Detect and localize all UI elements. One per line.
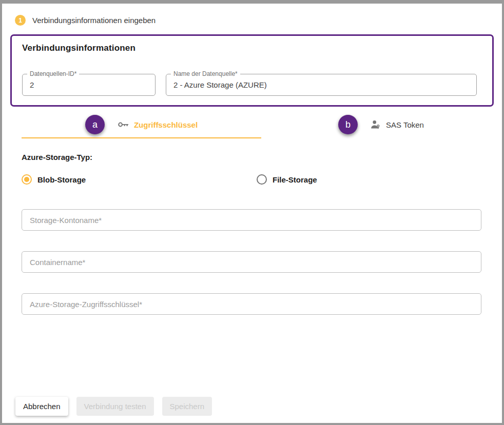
radio-file-storage-control[interactable]	[257, 174, 267, 185]
datasource-name-field: Name der Datenquelle*	[166, 74, 477, 96]
access-key-input[interactable]	[22, 293, 481, 315]
auth-tabs: a Zugriffsschlüssel b SAS Token	[22, 112, 501, 138]
radio-file-storage-label: File-Storage	[273, 175, 317, 184]
card-title: Verbindungsinformationen	[22, 43, 477, 53]
connection-dialog: 1 Verbindungsinformationen eingeben Verb…	[0, 0, 504, 425]
tab-zugriffsschluessel[interactable]: a Zugriffsschlüssel	[22, 112, 261, 138]
radio-blob-storage-label: Blob-Storage	[37, 175, 86, 184]
datasource-name-label: Name der Datenquelle*	[171, 70, 240, 77]
storage-type-label: Azure-Storage-Typ:	[22, 153, 502, 161]
key-icon	[117, 118, 129, 131]
connection-info-card: Verbindungsinformationen Datenquellen-ID…	[10, 34, 494, 107]
annotation-badge-a: a	[85, 115, 105, 134]
datasource-name-input[interactable]	[166, 74, 476, 95]
annotation-badge-b: b	[338, 115, 358, 134]
datasource-id-label: Datenquellen-ID*	[27, 70, 79, 77]
step-number-badge: 1	[15, 15, 26, 26]
container-name-input[interactable]	[22, 251, 481, 273]
tab-zugriffsschluessel-label: Zugriffsschlüssel	[134, 120, 198, 129]
cancel-button[interactable]: Abbrechen	[15, 397, 68, 416]
tab-sas-token[interactable]: b SAS Token	[261, 112, 501, 138]
radio-blob-storage-control[interactable]	[22, 174, 32, 185]
tab-sas-token-label: SAS Token	[386, 120, 424, 129]
radio-blob-storage[interactable]: Blob-Storage	[22, 174, 257, 185]
step-header: 1 Verbindungsinformationen eingeben	[15, 15, 502, 26]
test-connection-button[interactable]: Verbindung testen	[76, 397, 154, 416]
storage-type-options: Blob-Storage File-Storage	[22, 174, 502, 185]
step-label: Verbindungsinformationen eingeben	[32, 16, 156, 25]
person-key-icon	[370, 119, 381, 130]
card-fields-row: Datenquellen-ID* Name der Datenquelle*	[22, 74, 477, 96]
action-buttons: Abbrechen Verbindung testen Speichern	[15, 397, 212, 416]
datasource-id-field: Datenquellen-ID*	[22, 74, 156, 96]
radio-file-storage[interactable]: File-Storage	[257, 174, 317, 185]
save-button[interactable]: Speichern	[162, 397, 212, 416]
datasource-id-input[interactable]	[23, 74, 155, 95]
storage-account-input[interactable]	[22, 209, 481, 231]
